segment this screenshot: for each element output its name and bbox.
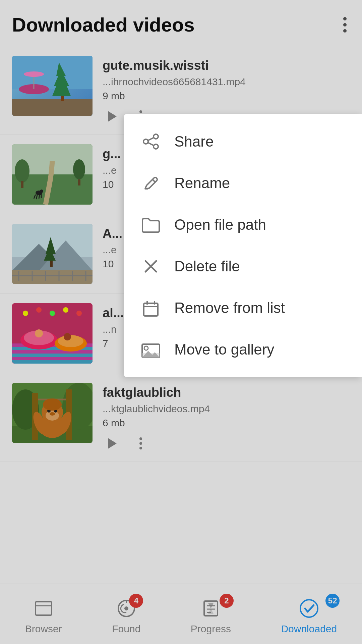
folder-icon [141,215,161,235]
menu-item-share[interactable]: Share [124,121,362,162]
share-icon [141,131,161,152]
svg-point-78 [154,144,158,149]
svg-point-92 [144,346,148,350]
menu-item-remove-from-list[interactable]: Remove from list [124,287,362,329]
menu-item-rename[interactable]: Rename [124,162,362,204]
svg-line-80 [148,143,154,146]
menu-label-delete-file: Delete file [174,258,240,275]
menu-label-rename: Rename [174,175,230,192]
context-menu: Share Rename Open file path Dele [124,114,362,377]
menu-label-open-file-path: Open file path [174,216,266,233]
menu-item-open-file-path[interactable]: Open file path [124,204,362,246]
svg-point-77 [143,139,148,144]
gallery-icon [141,339,161,360]
svg-line-79 [148,138,154,141]
svg-point-76 [154,134,158,139]
menu-label-move-to-gallery: Move to gallery [174,341,274,358]
svg-line-81 [153,179,155,182]
menu-label-share: Share [174,133,214,150]
menu-item-delete-file[interactable]: Delete file [124,246,362,287]
menu-item-move-to-gallery[interactable]: Move to gallery [124,329,362,370]
delete-x-icon [141,256,161,276]
remove-list-icon [141,298,161,318]
menu-label-remove-from-list: Remove from list [174,300,285,316]
rename-icon [141,173,161,193]
svg-rect-85 [144,303,158,316]
